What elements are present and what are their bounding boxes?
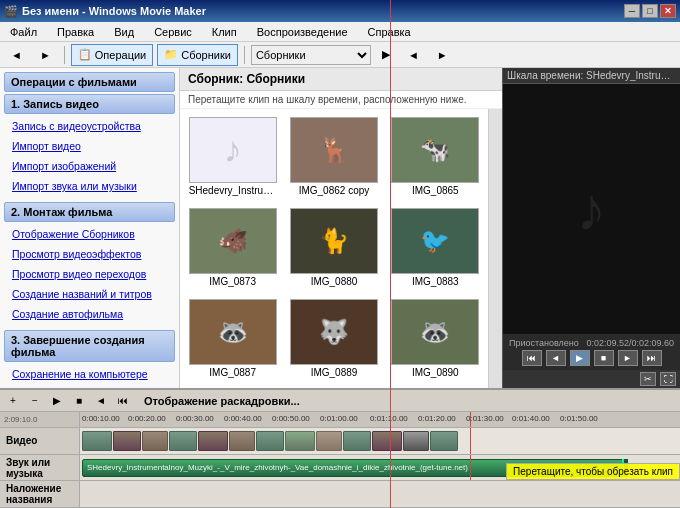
media-item-4[interactable]: 🐈 IMG_0880 xyxy=(285,204,382,291)
video-clip-11[interactable] xyxy=(372,431,402,451)
sidebar-item-import-audio[interactable]: Импорт звука или музыки xyxy=(4,176,175,196)
tl-rewind-button[interactable]: ⏮ xyxy=(114,392,132,410)
preview-status-text: Приостановлено xyxy=(509,338,579,348)
timeline-view-label: Отображение раскадровки... xyxy=(144,395,300,407)
media-item-11[interactable]: 🦊 IMG_0897 xyxy=(387,386,484,388)
forward-button[interactable]: ► xyxy=(33,44,58,66)
go-button[interactable]: ▶ xyxy=(375,44,397,66)
tl-play-button[interactable]: ▶ xyxy=(48,392,66,410)
sidebar-item-save-cd[interactable]: Запись на компакт-диск xyxy=(4,384,175,388)
preview-play-button[interactable]: ▶ xyxy=(570,350,590,366)
thumbnail-1: 🦌 xyxy=(291,118,377,182)
video-clip-3[interactable] xyxy=(142,431,168,451)
media-label-6: IMG_0887 xyxy=(189,367,277,378)
sidebar-section-edit[interactable]: 2. Монтаж фильма xyxy=(4,202,175,222)
operations-button[interactable]: 📋 Операции xyxy=(71,44,153,66)
video-clip-4[interactable] xyxy=(169,431,197,451)
content-hint: Перетащите клип на шкалу времени, распол… xyxy=(180,91,502,109)
audio-track[interactable]: SHedevry_Instrumentalnoy_Muzyki_-_V_mire… xyxy=(80,455,680,482)
menu-file[interactable]: Файл xyxy=(4,24,43,40)
media-item-7[interactable]: 🐺 IMG_0889 xyxy=(285,295,382,382)
audio-clip-label: SHedevry_Instrumentalnoy_Muzyki_-_V_mire… xyxy=(83,463,472,472)
track-label-audio: Звук или музыка xyxy=(0,455,79,482)
sidebar-item-show-collections[interactable]: Отображение Сборников xyxy=(4,224,175,244)
maximize-button[interactable]: □ xyxy=(642,4,658,18)
collections-button[interactable]: 📁 Сборники xyxy=(157,44,238,66)
preview-music-icon: ♪ xyxy=(577,175,607,244)
overlay-track[interactable] xyxy=(80,481,680,508)
video-clip-10[interactable] xyxy=(343,431,371,451)
thumbnail-4: 🐈 xyxy=(291,209,377,273)
minimize-button[interactable]: ─ xyxy=(624,4,640,18)
media-item-6[interactable]: 🦝 IMG_0887 xyxy=(184,295,281,382)
preview-forward-button[interactable]: ► xyxy=(618,350,638,366)
sidebar-item-video-effects[interactable]: Просмотр видеоэффектов xyxy=(4,244,175,264)
track-label-video: Видео xyxy=(0,428,79,455)
tick-1: 0:00:20.00 xyxy=(128,414,166,423)
menu-edit[interactable]: Правка xyxy=(51,24,100,40)
back-button[interactable]: ◄ xyxy=(4,44,29,66)
audio-playhead xyxy=(470,455,471,481)
sidebar-item-import-images[interactable]: Импорт изображений xyxy=(4,156,175,176)
tl-stop-button[interactable]: ■ xyxy=(70,392,88,410)
sidebar-item-save-computer[interactable]: Сохранение на компьютере xyxy=(4,364,175,384)
media-item-10[interactable]: ▮▮ IMG_0894 xyxy=(285,386,382,388)
media-item-5[interactable]: 🐦 IMG_0883 xyxy=(387,204,484,291)
media-item-3[interactable]: 🐗 IMG_0873 xyxy=(184,204,281,291)
close-button[interactable]: ✕ xyxy=(660,4,676,18)
window-controls[interactable]: ─ □ ✕ xyxy=(624,4,676,18)
operations-label: Операции xyxy=(95,49,146,61)
ruler-label: 2:09:10.0 xyxy=(0,412,79,428)
sidebar-item-import-video[interactable]: Импорт видео xyxy=(4,136,175,156)
sidebar-header[interactable]: Операции с фильмами xyxy=(4,72,175,92)
menu-service[interactable]: Сервис xyxy=(148,24,198,40)
video-clip-12[interactable] xyxy=(403,431,429,451)
media-item-1[interactable]: 🦌 IMG_0862 copy xyxy=(285,113,382,200)
video-clip-13[interactable] xyxy=(430,431,458,451)
video-clip-5[interactable] xyxy=(198,431,228,451)
preview-stop-button[interactable]: ■ xyxy=(594,350,614,366)
track-labels: 2:09:10.0 Видео Звук или музыка Наложени… xyxy=(0,412,80,508)
video-clip-7[interactable] xyxy=(256,431,284,451)
sidebar-section-record[interactable]: 1. Запись видео xyxy=(4,94,175,114)
tracks-area: 0:00:10.00 0:00:20.00 0:00:30.00 0:00:40… xyxy=(80,412,680,508)
preview-fullscreen-button[interactable]: ⛶ xyxy=(660,372,676,386)
nav-back-button[interactable]: ◄ xyxy=(401,44,426,66)
sidebar-item-autofilm[interactable]: Создание автофильма xyxy=(4,304,175,324)
nav-forward-button[interactable]: ► xyxy=(430,44,455,66)
preview-rewind-button[interactable]: ⏮ xyxy=(522,350,542,366)
toolbar: ◄ ► 📋 Операции 📁 Сборники Сборники ▶ ◄ ► xyxy=(0,42,680,68)
video-clip-1[interactable] xyxy=(82,431,112,451)
sidebar-item-video-transitions[interactable]: Просмотр видео переходов xyxy=(4,264,175,284)
video-track[interactable] xyxy=(80,428,680,455)
preview-time: 0:02:09.52/0:02:09.60 xyxy=(586,338,674,348)
preview-split-button[interactable]: ✂ xyxy=(640,372,656,386)
tl-zoom-out-button[interactable]: − xyxy=(26,392,44,410)
main-area: Операции с фильмами 1. Запись видео Запи… xyxy=(0,68,680,388)
preview-end-button[interactable]: ⏭ xyxy=(642,350,662,366)
tl-zoom-in-button[interactable]: + xyxy=(4,392,22,410)
collections-combo[interactable]: Сборники xyxy=(251,45,371,65)
thumbnail-8: 🦝 xyxy=(392,300,478,364)
media-item-8[interactable]: 🦝 IMG_0890 xyxy=(387,295,484,382)
sidebar-section-finish[interactable]: 3. Завершение создания фильма xyxy=(4,330,175,362)
tl-back-button[interactable]: ◄ xyxy=(92,392,110,410)
menu-playback[interactable]: Воспроизведение xyxy=(251,24,354,40)
app-icon: 🎬 xyxy=(4,5,18,18)
preview-back-button[interactable]: ◄ xyxy=(546,350,566,366)
menu-view[interactable]: Вид xyxy=(108,24,140,40)
media-item-2[interactable]: 🐄 IMG_0865 xyxy=(387,113,484,200)
video-clip-2[interactable] xyxy=(113,431,141,451)
menu-clip[interactable]: Клип xyxy=(206,24,243,40)
tick-9: 0:01:40.00 xyxy=(512,414,550,423)
content-scrollbar[interactable] xyxy=(488,109,502,388)
toolbar-separator-2 xyxy=(244,46,245,64)
media-item-audio[interactable]: ♪ SHedevry_Instrum... xyxy=(184,113,281,200)
media-item-9[interactable]: 🐻 IMG_0893 xyxy=(184,386,281,388)
tick-0: 0:00:10.00 xyxy=(82,414,120,423)
video-clip-8[interactable] xyxy=(285,431,315,451)
sidebar-item-titles[interactable]: Создание названий и титров xyxy=(4,284,175,304)
sidebar-item-record-device[interactable]: Запись с видеоустройства xyxy=(4,116,175,136)
video-clip-9[interactable] xyxy=(316,431,342,451)
video-clip-6[interactable] xyxy=(229,431,255,451)
